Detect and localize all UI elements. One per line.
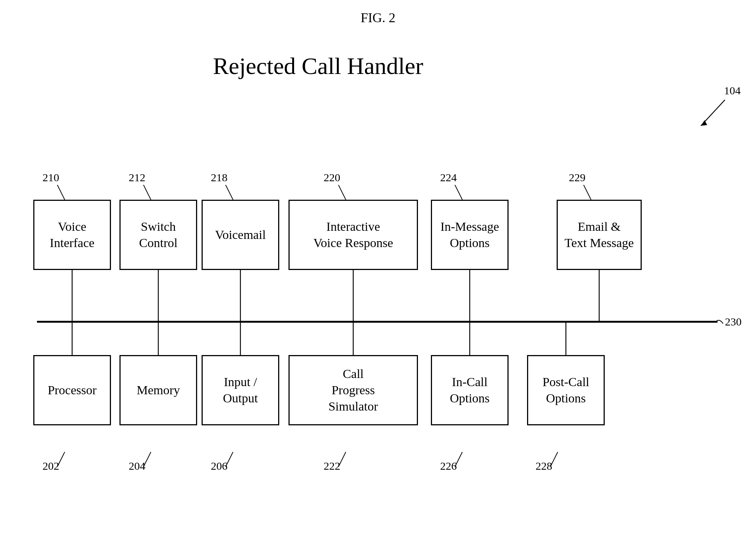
input-output-label: Input /Output xyxy=(223,374,258,406)
in-call-options-label: In-CallOptions xyxy=(450,374,490,406)
voicemail-label: Voicemail xyxy=(215,227,266,243)
memory-box: Memory xyxy=(119,355,197,425)
svg-text:229: 229 xyxy=(569,171,585,183)
svg-text:206: 206 xyxy=(211,460,227,472)
email-text-message-label: Email &Text Message xyxy=(564,219,634,251)
post-call-options-box: Post-CallOptions xyxy=(527,355,605,425)
post-call-options-label: Post-CallOptions xyxy=(543,374,590,406)
svg-text:Rejected Call Handler: Rejected Call Handler xyxy=(213,53,423,79)
svg-text:210: 210 xyxy=(43,171,59,183)
svg-text:FIG. 2: FIG. 2 xyxy=(361,10,395,25)
svg-text:224: 224 xyxy=(440,171,457,183)
svg-text:226: 226 xyxy=(440,460,457,472)
svg-text:228: 228 xyxy=(536,460,552,472)
svg-text:230: 230 xyxy=(725,315,742,328)
call-progress-simulator-box: CallProgressSimulator xyxy=(288,355,418,425)
switch-control-label: SwitchControl xyxy=(139,219,178,251)
switch-control-box: SwitchControl xyxy=(119,200,197,270)
svg-text:218: 218 xyxy=(211,171,227,183)
call-progress-simulator-label: CallProgressSimulator xyxy=(328,366,378,415)
svg-text:204: 204 xyxy=(129,460,145,472)
memory-label: Memory xyxy=(136,382,180,398)
in-call-options-box: In-CallOptions xyxy=(431,355,509,425)
in-message-options-label: In-MessageOptions xyxy=(441,219,499,251)
svg-text:212: 212 xyxy=(129,171,145,183)
voice-interface-label: VoiceInterface xyxy=(50,219,95,251)
voicemail-box: Voicemail xyxy=(202,200,279,270)
svg-marker-4 xyxy=(701,120,707,126)
in-message-options-box: In-MessageOptions xyxy=(431,200,509,270)
svg-text:202: 202 xyxy=(43,460,59,472)
voice-interface-box: VoiceInterface xyxy=(33,200,111,270)
email-text-message-box: Email &Text Message xyxy=(557,200,642,270)
processor-label: Processor xyxy=(48,382,97,398)
interactive-voice-response-label: InteractiveVoice Response xyxy=(313,219,393,251)
interactive-voice-response-box: InteractiveVoice Response xyxy=(288,200,418,270)
processor-box: Processor xyxy=(33,355,111,425)
svg-text:104: 104 xyxy=(724,84,741,97)
input-output-box: Input /Output xyxy=(202,355,279,425)
svg-line-3 xyxy=(701,100,725,126)
svg-text:220: 220 xyxy=(324,171,340,183)
svg-text:222: 222 xyxy=(324,460,340,472)
